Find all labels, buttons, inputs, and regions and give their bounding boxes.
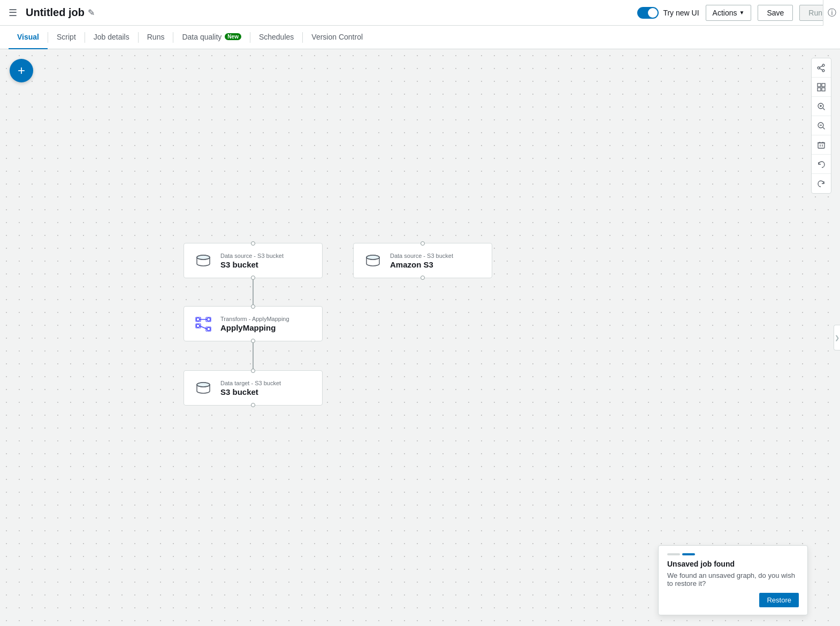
node-content-s3: Data source - S3 bucket S3 bucket [220, 253, 284, 269]
node-data-source-s3[interactable]: Data source - S3 bucket S3 bucket [184, 243, 323, 278]
collapse-icon: ❯ [835, 334, 839, 341]
amazon-s3-icon [362, 250, 384, 271]
add-node-button[interactable]: + [10, 59, 33, 82]
zoom-in-button[interactable] [812, 97, 831, 116]
info-icon[interactable]: ⓘ [823, 0, 840, 26]
restore-button[interactable]: Restore [759, 593, 799, 607]
undo-button[interactable] [812, 155, 831, 174]
svg-rect-26 [822, 88, 825, 91]
svg-rect-24 [822, 83, 825, 87]
new-badge: New [225, 33, 241, 40]
toast-dot-1 [667, 553, 680, 555]
tabs-bar: Visual Script Job details Runs Data qual… [0, 26, 840, 49]
fit-view-button[interactable] [812, 78, 831, 97]
svg-point-5 [366, 255, 379, 259]
unsaved-job-toast: Unsaved job found We found an unsaved gr… [658, 545, 808, 615]
s3-bucket-icon [193, 250, 214, 271]
tab-visual[interactable]: Visual [9, 26, 48, 49]
tab-schedules[interactable]: Schedules [250, 26, 302, 49]
apply-mapping-icon [193, 313, 214, 334]
node-name-s3: S3 bucket [220, 260, 284, 269]
svg-rect-23 [818, 83, 821, 87]
menu-icon[interactable]: ☰ [9, 7, 17, 19]
svg-point-19 [822, 70, 824, 72]
svg-point-18 [822, 64, 824, 66]
tab-job-details[interactable]: Job details [85, 26, 138, 49]
node-type-s3: Data source - S3 bucket [220, 253, 284, 259]
node-content-target-s3: Data target - S3 bucket S3 bucket [220, 380, 281, 396]
svg-point-3 [197, 255, 210, 259]
svg-point-20 [818, 67, 820, 69]
node-content-apply-mapping: Transform - ApplyMapping ApplyMapping [220, 316, 289, 332]
tab-script[interactable]: Script [48, 26, 85, 49]
edit-icon[interactable]: ✎ [88, 7, 95, 18]
tab-runs[interactable]: Runs [139, 26, 173, 49]
actions-chevron-icon: ▼ [739, 10, 744, 16]
toast-body: We found an unsaved graph, do you wish t… [667, 571, 799, 587]
node-type-target-s3: Data target - S3 bucket [220, 380, 281, 386]
plus-icon: + [18, 63, 25, 78]
svg-rect-34 [818, 143, 824, 148]
tab-version-control[interactable]: Version Control [303, 26, 371, 49]
node-name-amazon-s3: Amazon S3 [390, 260, 453, 269]
tab-data-quality[interactable]: Data quality New [173, 26, 250, 49]
node-apply-mapping[interactable]: Transform - ApplyMapping ApplyMapping [184, 306, 323, 341]
delete-button[interactable] [812, 135, 831, 155]
zoom-out-button[interactable] [812, 116, 831, 135]
svg-point-8 [207, 318, 210, 321]
node-name-target-s3: S3 bucket [220, 387, 281, 396]
node-content-amazon-s3: Data source - S3 bucket Amazon S3 [390, 253, 453, 269]
node-data-source-amazon-s3[interactable]: Data source - S3 bucket Amazon S3 [353, 243, 492, 278]
svg-line-30 [823, 108, 825, 110]
save-button[interactable]: Save [758, 5, 793, 21]
share-button[interactable] [812, 58, 831, 78]
toast-dot-2 [682, 553, 695, 555]
s3-target-icon [193, 377, 214, 399]
collapse-handle[interactable]: ❯ [834, 325, 840, 350]
node-type-apply-mapping: Transform - ApplyMapping [220, 316, 289, 322]
toast-title: Unsaved job found [667, 560, 799, 568]
try-new-ui-toggle[interactable]: Try new UI [637, 7, 699, 19]
node-data-target-s3[interactable]: Data target - S3 bucket S3 bucket [184, 370, 323, 406]
actions-label: Actions [713, 9, 737, 17]
node-type-amazon-s3: Data source - S3 bucket [390, 253, 453, 259]
svg-line-22 [820, 68, 823, 70]
toast-actions: Restore [667, 593, 799, 607]
svg-rect-25 [818, 88, 821, 91]
connections-svg [0, 49, 840, 626]
canvas-toolbar [811, 58, 831, 194]
job-title: Untitled job [26, 6, 85, 19]
svg-point-17 [197, 383, 210, 387]
toggle-label: Try new UI [663, 9, 699, 17]
svg-point-7 [196, 324, 200, 327]
visual-canvas[interactable]: + Data source - S3 bucket S3 bucket [0, 49, 840, 626]
svg-line-33 [823, 127, 825, 129]
actions-button[interactable]: Actions ▼ [706, 5, 752, 21]
redo-button[interactable] [812, 174, 831, 193]
toast-dots [667, 553, 799, 555]
node-name-apply-mapping: ApplyMapping [220, 323, 289, 332]
svg-line-21 [820, 66, 823, 67]
svg-point-9 [207, 327, 210, 331]
svg-point-6 [196, 318, 200, 321]
